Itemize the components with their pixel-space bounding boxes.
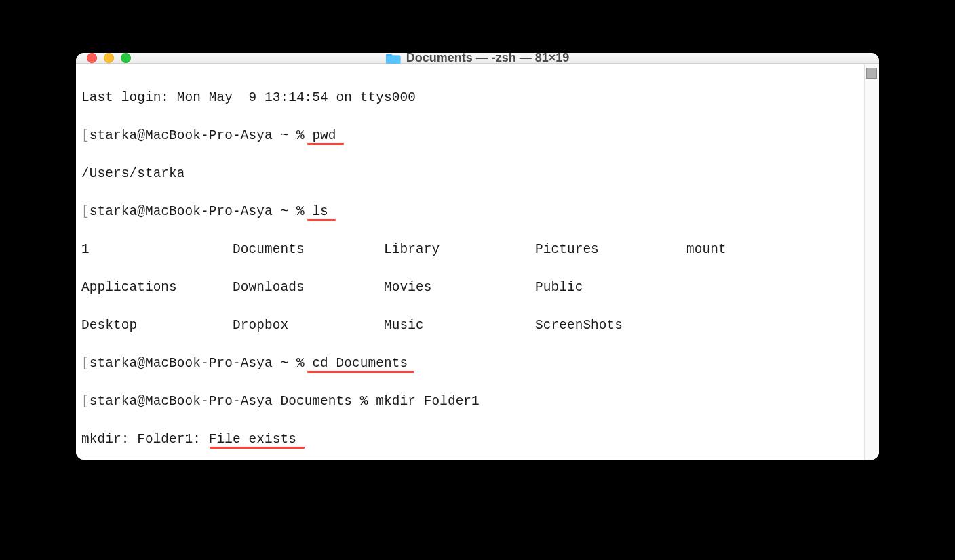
minimize-button[interactable] xyxy=(104,53,114,63)
ls1-row-3: Desktop Dropbox Music ScreenShots xyxy=(81,316,859,335)
prompt-4-cmd: mkdir Folder1 xyxy=(376,394,480,409)
login-text: Last login: Mon May 9 13:14:54 on ttys00… xyxy=(81,90,416,105)
login-line: Last login: Mon May 9 13:14:54 on ttys00… xyxy=(81,88,859,107)
underline-ls1 xyxy=(307,219,336,221)
pwd-path: /Users/starka xyxy=(81,166,185,181)
ls1-row-2: Applications Downloads Movies Public xyxy=(81,278,859,297)
folder-icon xyxy=(386,53,401,64)
prompt-1-prefix: starka@MacBook-Pro-Asya ~ % xyxy=(90,128,313,143)
prompt-4-prefix: starka@MacBook-Pro-Asya Documents % xyxy=(90,394,376,409)
maximize-button[interactable] xyxy=(121,53,131,63)
prompt-3-cmd: cd Documents xyxy=(312,356,408,371)
titlebar: Documents — -zsh — 81×19 xyxy=(76,53,879,64)
terminal-window: Documents — -zsh — 81×19 Last login: Mon… xyxy=(76,53,879,460)
prompt-line-3: [starka@MacBook-Pro-Asya ~ % cd Document… xyxy=(81,354,859,373)
terminal-content[interactable]: Last login: Mon May 9 13:14:54 on ttys00… xyxy=(76,64,864,460)
prompt-2-prefix: starka@MacBook-Pro-Asya ~ % xyxy=(90,204,313,219)
err-prefix: mkdir: Folder1: xyxy=(81,432,209,447)
pwd-output: /Users/starka xyxy=(81,164,859,183)
prompt-2-cmd: ls xyxy=(312,204,328,219)
prompt-3-prefix: starka@MacBook-Pro-Asya ~ % xyxy=(90,356,313,371)
traffic-lights xyxy=(87,53,131,63)
underline-err xyxy=(210,447,305,449)
prompt-line-1: [starka@MacBook-Pro-Asya ~ % pwd xyxy=(81,126,859,145)
err-msg: File exists xyxy=(209,432,296,447)
underline-pwd xyxy=(307,143,344,145)
ls1-text-1: 1 Documents Library Pictures mount xyxy=(81,242,726,257)
ls1-text-2: Applications Downloads Movies Public xyxy=(81,280,583,295)
ls1-row-1: 1 Documents Library Pictures mount xyxy=(81,240,859,259)
prompt-line-4: [starka@MacBook-Pro-Asya Documents % mkd… xyxy=(81,392,859,411)
bracket-open: [ xyxy=(81,128,90,143)
scrollbar-track[interactable] xyxy=(864,64,879,460)
terminal-body-wrap: Last login: Mon May 9 13:14:54 on ttys00… xyxy=(76,64,879,460)
bracket-open: [ xyxy=(81,204,90,219)
prompt-1-cmd: pwd xyxy=(312,128,336,143)
underline-cd xyxy=(307,371,414,373)
mkdir-error: mkdir: Folder1: File exists xyxy=(81,430,859,449)
close-button[interactable] xyxy=(87,53,97,63)
ls1-text-3: Desktop Dropbox Music ScreenShots xyxy=(81,318,623,333)
bracket-open: [ xyxy=(81,356,90,371)
bracket-open: [ xyxy=(81,394,90,409)
scrollbar-indicator-icon xyxy=(866,68,877,79)
prompt-line-2: [starka@MacBook-Pro-Asya ~ % ls xyxy=(81,202,859,221)
